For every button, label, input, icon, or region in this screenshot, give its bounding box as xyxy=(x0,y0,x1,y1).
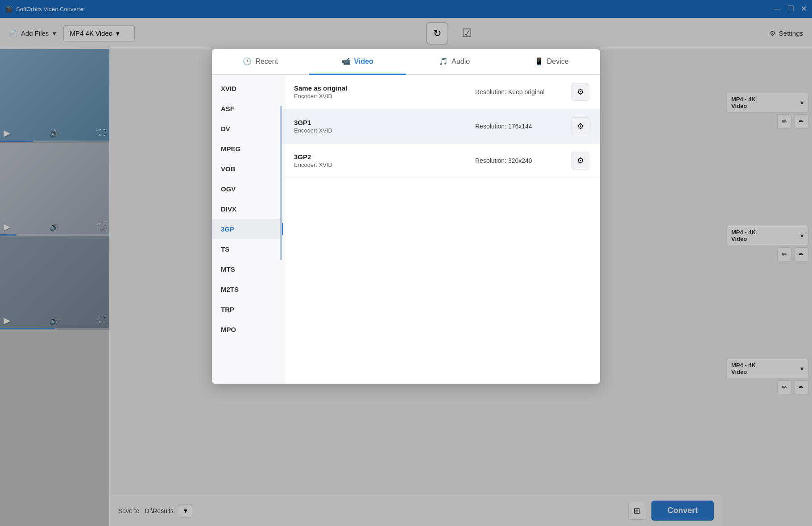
format-item-mpeg[interactable]: MPEG xyxy=(212,139,283,159)
format-option-name-1: Same as original xyxy=(294,84,468,92)
format-item-ts[interactable]: TS xyxy=(212,239,283,259)
format-option-3gp1[interactable]: 3GP1 Encoder: XVID Resolution: 176x144 ⚙ xyxy=(283,109,600,144)
tab-recent[interactable]: 🕐 Recent xyxy=(212,49,309,75)
format-item-m2ts[interactable]: M2TS xyxy=(212,279,283,299)
format-item-divx[interactable]: DIVX xyxy=(212,199,283,219)
format-item-asf[interactable]: ASF xyxy=(212,99,283,119)
gear-button-1[interactable]: ⚙ xyxy=(572,83,589,101)
recent-icon: 🕐 xyxy=(243,57,252,66)
tab-device[interactable]: 📱 Device xyxy=(503,49,601,75)
tab-video-label: Video xyxy=(354,58,373,66)
format-item-ogv[interactable]: OGV xyxy=(212,179,283,199)
modal-overlay[interactable]: 🕐 Recent 📹 Video 🎵 Audio 📱 Device XVID A… xyxy=(0,0,812,526)
device-tab-icon: 📱 xyxy=(534,57,543,66)
format-option-encoder-3: Encoder: XVID xyxy=(294,162,468,168)
tab-device-label: Device xyxy=(547,58,569,66)
video-tab-icon: 📹 xyxy=(342,57,351,66)
format-item-trp[interactable]: TRP xyxy=(212,299,283,319)
format-option-info-1: Same as original Encoder: XVID xyxy=(294,84,468,99)
tab-video[interactable]: 📹 Video xyxy=(309,49,406,75)
format-option-resolution-1: Resolution: Keep original xyxy=(475,88,564,95)
sidebar-scrollbar xyxy=(280,106,282,260)
format-item-mpo[interactable]: MPO xyxy=(212,319,283,340)
gear-button-3[interactable]: ⚙ xyxy=(572,152,589,170)
format-option-name-3: 3GP2 xyxy=(294,153,468,161)
format-option-resolution-3: Resolution: 320x240 xyxy=(475,157,564,164)
format-option-name-2: 3GP1 xyxy=(294,119,468,126)
format-option-same-as-original[interactable]: Same as original Encoder: XVID Resolutio… xyxy=(283,75,600,109)
tab-audio[interactable]: 🎵 Audio xyxy=(406,49,503,75)
tab-audio-label: Audio xyxy=(452,58,470,66)
format-option-encoder-2: Encoder: XVID xyxy=(294,127,468,134)
format-item-dv[interactable]: DV xyxy=(212,119,283,139)
format-item-xvid[interactable]: XVID xyxy=(212,79,283,99)
format-options: Same as original Encoder: XVID Resolutio… xyxy=(283,75,600,384)
modal-body: XVID ASF DV MPEG VOB OGV DIVX 3GP TS MTS… xyxy=(212,75,600,384)
format-sidebar: XVID ASF DV MPEG VOB OGV DIVX 3GP TS MTS… xyxy=(212,75,283,384)
format-option-info-3: 3GP2 Encoder: XVID xyxy=(294,153,468,168)
format-selection-modal: 🕐 Recent 📹 Video 🎵 Audio 📱 Device XVID A… xyxy=(212,49,600,384)
format-option-3gp2[interactable]: 3GP2 Encoder: XVID Resolution: 320x240 ⚙ xyxy=(283,144,600,178)
audio-tab-icon: 🎵 xyxy=(439,57,448,66)
tab-recent-label: Recent xyxy=(255,58,278,66)
format-item-mts[interactable]: MTS xyxy=(212,259,283,279)
format-option-encoder-1: Encoder: XVID xyxy=(294,93,468,99)
format-option-resolution-2: Resolution: 176x144 xyxy=(475,123,564,130)
modal-tabs: 🕐 Recent 📹 Video 🎵 Audio 📱 Device xyxy=(212,49,600,75)
format-item-3gp[interactable]: 3GP xyxy=(212,219,283,239)
format-option-info-2: 3GP1 Encoder: XVID xyxy=(294,119,468,134)
format-item-vob[interactable]: VOB xyxy=(212,159,283,179)
gear-button-2[interactable]: ⚙ xyxy=(572,117,589,135)
